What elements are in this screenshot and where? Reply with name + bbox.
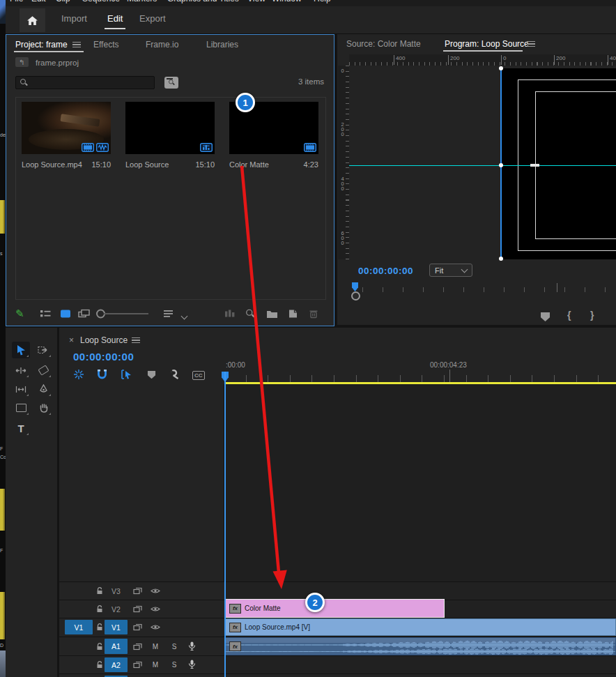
- voiceover-mic-icon[interactable]: [188, 660, 196, 669]
- clip-loop-source-audio[interactable]: fx: [224, 637, 616, 655]
- sort-icon[interactable]: [163, 310, 174, 318]
- track-name-v3[interactable]: V3: [105, 582, 128, 600]
- close-icon[interactable]: ×: [69, 335, 74, 345]
- find-icon[interactable]: [246, 310, 255, 319]
- mute-button[interactable]: M: [151, 637, 160, 655]
- search-bin-button[interactable]: [164, 77, 178, 89]
- sync-lock-icon[interactable]: [133, 661, 142, 669]
- tab-source-monitor[interactable]: Source: Color Matte: [346, 39, 421, 49]
- zoom-level-select[interactable]: Fit: [429, 264, 472, 277]
- nest-sequence-icon[interactable]: [73, 369, 84, 380]
- menu-view[interactable]: View: [247, 0, 265, 3]
- mute-button[interactable]: M: [151, 656, 160, 674]
- menu-file[interactable]: File: [10, 0, 23, 3]
- workspace-tab-import[interactable]: Import: [61, 13, 87, 24]
- toggle-track-output-eye-icon[interactable]: [151, 606, 160, 612]
- rectangle-tool[interactable]: [12, 400, 30, 416]
- mark-in-icon[interactable]: {: [567, 310, 571, 321]
- captions-icon[interactable]: CC: [192, 371, 205, 380]
- tab-program-monitor[interactable]: Program: Loop Source: [445, 39, 529, 49]
- program-mini-ruler[interactable]: [362, 287, 613, 292]
- snap-magnet-icon[interactable]: [97, 369, 107, 380]
- list-view-icon[interactable]: [40, 310, 51, 318]
- menu-clip[interactable]: Clip: [56, 0, 70, 3]
- panel-menu-icon[interactable]: [132, 337, 140, 343]
- toggle-track-output-eye-icon[interactable]: [151, 624, 160, 630]
- menu-graphics[interactable]: Graphics and Titles: [167, 0, 239, 3]
- tab-project[interactable]: Project: frame: [15, 40, 68, 50]
- item-name[interactable]: Loop Source.mp4: [22, 160, 82, 169]
- lock-icon[interactable]: [96, 643, 103, 651]
- slip-tool[interactable]: [12, 381, 30, 397]
- project-item[interactable]: Loop Source15:10: [125, 102, 215, 169]
- sequence-thumbnail[interactable]: [125, 102, 215, 154]
- timeline-timecode[interactable]: 00:00:00:00: [73, 351, 134, 363]
- menu-edit[interactable]: Edit: [31, 0, 46, 3]
- solo-button[interactable]: S: [169, 656, 179, 674]
- program-timecode[interactable]: 00:00:00:00: [358, 266, 413, 276]
- linked-selection-icon[interactable]: [121, 369, 132, 380]
- fx-badge[interactable]: fx: [229, 623, 241, 632]
- guide-handle[interactable]: [499, 257, 503, 261]
- timeline-tab[interactable]: Loop Source: [80, 335, 128, 345]
- guide-handle[interactable]: [499, 163, 503, 167]
- sync-lock-icon[interactable]: [133, 623, 142, 631]
- fx-badge[interactable]: fx: [229, 641, 241, 651]
- solo-button[interactable]: S: [169, 637, 179, 655]
- track-lane-a2[interactable]: [224, 656, 616, 674]
- clip-loop-source-video[interactable]: fx Loop Source.mp4 [V]: [224, 618, 616, 636]
- tab-libraries[interactable]: Libraries: [206, 40, 238, 50]
- item-name[interactable]: Loop Source: [125, 160, 169, 169]
- scrubber-handle[interactable]: [351, 291, 360, 301]
- panel-menu-icon[interactable]: [527, 41, 535, 47]
- item-name[interactable]: Color Matte: [229, 160, 269, 169]
- clip-color-matte[interactable]: fx Color Matte: [224, 599, 445, 618]
- pen-tool[interactable]: [34, 381, 52, 397]
- program-playhead[interactable]: [352, 282, 358, 291]
- lock-icon[interactable]: [96, 587, 103, 595]
- mark-out-icon[interactable]: }: [590, 310, 594, 321]
- track-name-v1[interactable]: V1: [105, 620, 128, 634]
- horizontal-ruler[interactable]: 400 200 0 200 400: [349, 54, 616, 66]
- clip-thumbnail[interactable]: [22, 102, 111, 154]
- zoom-slider-track[interactable]: [104, 313, 148, 314]
- timeline-settings-wrench-icon[interactable]: [169, 369, 180, 380]
- tab-effects[interactable]: Effects: [93, 40, 118, 50]
- hand-tool[interactable]: [34, 400, 52, 416]
- fx-badge[interactable]: fx: [229, 604, 241, 614]
- lock-icon[interactable]: [96, 623, 103, 631]
- sync-lock-icon[interactable]: [133, 605, 142, 613]
- menu-markers[interactable]: Markers: [127, 0, 157, 3]
- sync-lock-icon[interactable]: [133, 643, 142, 651]
- ripple-edit-tool[interactable]: [12, 362, 30, 379]
- type-tool[interactable]: T: [12, 420, 30, 436]
- menu-sequence[interactable]: Sequence: [82, 0, 120, 3]
- panel-menu-icon[interactable]: [72, 42, 81, 47]
- source-patch-v1[interactable]: V1: [65, 620, 93, 634]
- new-item-icon[interactable]: [288, 309, 298, 319]
- menu-window[interactable]: Window: [272, 0, 302, 3]
- add-marker-icon[interactable]: [541, 312, 550, 321]
- track-select-forward-tool[interactable]: [34, 342, 52, 358]
- delete-icon[interactable]: [309, 309, 318, 319]
- workspace-tab-edit[interactable]: Edit: [107, 13, 123, 24]
- breadcrumb[interactable]: frame.prproj: [36, 59, 79, 67]
- voiceover-mic-icon[interactable]: [188, 641, 196, 651]
- track-name-a2[interactable]: A2: [105, 657, 128, 672]
- automate-to-sequence-icon[interactable]: [224, 310, 236, 319]
- toggle-track-output-eye-icon[interactable]: [151, 588, 160, 594]
- icon-view-icon[interactable]: [61, 310, 70, 318]
- track-lane-v3[interactable]: [224, 582, 616, 600]
- chevron-down-icon[interactable]: [181, 313, 188, 320]
- track-name-a1[interactable]: A1: [105, 639, 128, 654]
- timeline-ruler[interactable]: [224, 375, 616, 382]
- vertical-ruler[interactable]: 0 200 400 600: [338, 66, 349, 259]
- horizontal-guide[interactable]: [349, 165, 616, 166]
- lock-icon[interactable]: [96, 661, 103, 669]
- project-item[interactable]: Loop Source.mp415:10: [22, 102, 111, 169]
- add-marker-icon[interactable]: [148, 371, 156, 379]
- new-bin-icon[interactable]: [266, 310, 278, 319]
- tab-frameio[interactable]: Frame.io: [146, 40, 178, 50]
- playhead-line[interactable]: [224, 372, 226, 677]
- sync-lock-icon[interactable]: [133, 587, 142, 595]
